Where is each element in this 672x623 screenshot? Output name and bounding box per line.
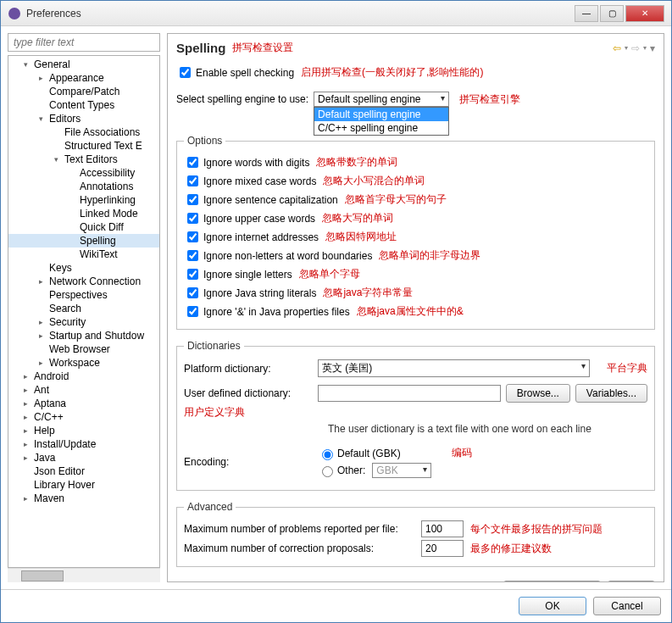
option-checkbox[interactable] (187, 213, 198, 224)
option-checkbox[interactable] (187, 306, 198, 317)
encoding-default-radio[interactable] (322, 449, 333, 460)
dictionaries-group: Dictionaries Platform dictionary: 英文 (美国… (176, 340, 655, 491)
forward-icon[interactable]: ⇨ (631, 42, 640, 54)
tree-item[interactable]: ▸Startup and Shutdow (8, 329, 159, 342)
expander-icon[interactable]: ▸ (24, 413, 34, 421)
tree-item[interactable]: Hyperlinking (8, 193, 159, 207)
encoding-other-select[interactable]: GBK (372, 463, 431, 478)
tree-item[interactable]: ▸C/C++ (8, 410, 159, 424)
option-label: Ignore words with digits (203, 157, 309, 169)
max-problems-input[interactable] (421, 520, 464, 537)
platform-dict-select[interactable]: 英文 (美国) (318, 359, 590, 377)
tree-item[interactable]: WikiText (8, 248, 159, 261)
expander-icon[interactable]: ▸ (39, 359, 49, 367)
tree-item[interactable]: Library Hover (8, 478, 159, 492)
close-button[interactable]: ✕ (625, 5, 664, 22)
tree-item-label: Editors (49, 113, 81, 125)
options-legend: Options (184, 135, 225, 147)
cancel-button[interactable]: Cancel (593, 597, 661, 615)
expander-icon[interactable]: ▸ (24, 494, 34, 503)
tree-item[interactable]: File Associations (8, 125, 159, 139)
max-proposals-input[interactable] (421, 540, 464, 557)
option-checkbox[interactable] (187, 287, 198, 298)
tree-item[interactable]: Accessibility (8, 166, 159, 180)
apply-button[interactable]: Apply (608, 581, 655, 582)
engine-annot: 拼写检查引擎 (459, 92, 520, 107)
engine-option[interactable]: C/C++ spelling engine (314, 121, 448, 135)
tree-item[interactable]: Linked Mode (8, 207, 159, 220)
tree-item[interactable]: Web Browser (8, 342, 159, 356)
tree-item[interactable]: ▸Workspace (8, 356, 159, 370)
enable-spellcheck-checkbox[interactable] (180, 67, 191, 78)
expander-icon[interactable]: ▸ (24, 453, 34, 462)
minimize-button[interactable]: ― (575, 5, 598, 22)
tree-item[interactable]: Keys (8, 261, 159, 275)
option-checkbox[interactable] (187, 231, 198, 242)
tree-item[interactable]: ▸Help (8, 424, 159, 437)
expander-icon[interactable]: ▸ (24, 399, 34, 408)
tree-item[interactable]: ▸Aptana (8, 397, 159, 410)
restore-defaults-button[interactable]: Restore Defaults (503, 581, 601, 582)
tree-item[interactable]: Structured Text E (8, 139, 159, 153)
expander-icon[interactable]: ▸ (39, 277, 49, 286)
option-checkbox[interactable] (187, 194, 198, 205)
engine-select[interactable]: Default spelling engine (314, 92, 449, 107)
tree-item-label: Startup and Shutdow (49, 330, 144, 342)
menu-icon[interactable]: ▾ (650, 42, 655, 54)
preference-tree[interactable]: ▾General▸AppearanceCompare/PatchContent … (8, 55, 160, 568)
tree-item[interactable]: Spelling (8, 234, 159, 248)
expander-icon[interactable]: ▸ (39, 331, 49, 340)
tree-item[interactable]: Content Types (8, 98, 159, 112)
ok-button[interactable]: OK (519, 597, 586, 615)
variables-button[interactable]: Variables... (575, 384, 647, 403)
expander-icon[interactable]: ▸ (24, 372, 34, 381)
option-checkbox[interactable] (187, 250, 198, 261)
user-dict-annot: 用户定义字典 (184, 405, 245, 420)
tree-item[interactable]: ▸Appearance (8, 71, 159, 85)
tree-item[interactable]: ▸Android (8, 370, 159, 383)
expander-icon[interactable]: ▾ (24, 60, 34, 69)
filter-input[interactable] (8, 33, 160, 52)
option-checkbox[interactable] (187, 157, 198, 168)
option-annot: 忽略带数字的单词 (316, 155, 397, 170)
tree-item[interactable]: ▸Java (8, 451, 159, 464)
tree-item-label: Quick Diff (80, 221, 124, 233)
maximize-button[interactable]: ▢ (600, 5, 624, 22)
expander-icon[interactable]: ▸ (24, 386, 34, 394)
tree-item[interactable]: ▾General (8, 58, 159, 71)
expander-icon[interactable]: ▸ (24, 426, 34, 435)
encoding-other-radio[interactable] (322, 466, 333, 477)
expander-icon[interactable]: ▾ (54, 155, 64, 164)
expander-icon[interactable]: ▸ (39, 74, 49, 82)
tree-item[interactable]: ▸Security (8, 315, 159, 329)
tree-item-label: Content Types (49, 99, 114, 111)
expander-icon[interactable]: ▸ (24, 440, 34, 448)
expander-icon[interactable]: ▾ (39, 114, 49, 123)
tree-item[interactable]: ▸Install/Update (8, 437, 159, 451)
tree-item[interactable]: Search (8, 302, 159, 315)
enable-label: Enable spell checking (196, 67, 294, 79)
option-label: Ignore upper case words (203, 213, 315, 225)
tree-item[interactable]: ▸Network Connection (8, 275, 159, 288)
back-icon[interactable]: ⇦ (613, 42, 621, 54)
tree-item[interactable]: Perspectives (8, 288, 159, 302)
tree-item[interactable]: Compare/Patch (8, 85, 159, 98)
option-label: Ignore non-letters at word boundaries (203, 250, 372, 262)
tree-item-label: Text Editors (64, 153, 118, 165)
tree-item[interactable]: ▸Ant (8, 383, 159, 397)
tree-item[interactable]: Annotations (8, 180, 159, 193)
tree-item[interactable]: ▸Maven (8, 492, 159, 505)
option-checkbox[interactable] (187, 269, 198, 280)
browse-button[interactable]: Browse... (506, 384, 570, 403)
tree-item[interactable]: ▾Editors (8, 112, 159, 125)
tree-item[interactable]: ▾Text Editors (8, 153, 159, 166)
engine-option[interactable]: Default spelling engine (314, 108, 448, 121)
option-checkbox[interactable] (187, 175, 198, 186)
option-annot: 忽略java字符串常量 (323, 286, 413, 300)
horizontal-scrollbar[interactable] (8, 568, 160, 582)
tree-item[interactable]: Json Editor (8, 464, 159, 478)
user-dict-input[interactable] (318, 385, 501, 402)
tree-item[interactable]: Quick Diff (8, 220, 159, 234)
expander-icon[interactable]: ▸ (39, 318, 49, 326)
option-label: Ignore internet addresses (203, 231, 319, 243)
